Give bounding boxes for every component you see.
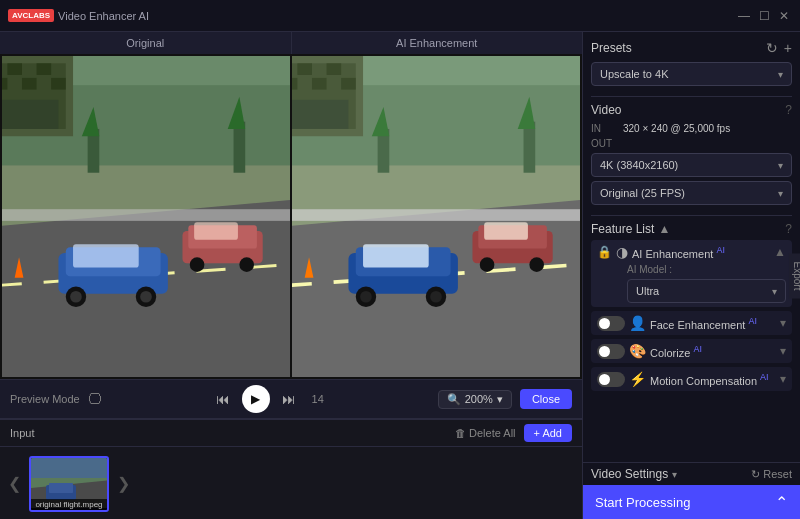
- enhanced-label: AI Enhancement: [292, 32, 583, 54]
- svg-rect-33: [234, 122, 246, 173]
- colorize-header: 🎨 Colorize AI ▾: [597, 343, 786, 359]
- ai-model-label: AI Model :: [627, 264, 786, 275]
- feature-list-title: Feature List: [591, 222, 654, 236]
- close-preview-button[interactable]: Close: [520, 389, 572, 409]
- video-section-header: Video ?: [591, 103, 792, 117]
- face-enhancement-expand[interactable]: ▾: [780, 316, 786, 330]
- frame-number: 14: [308, 393, 328, 405]
- svg-rect-50: [292, 209, 580, 221]
- svg-rect-18: [73, 244, 139, 267]
- svg-rect-74: [49, 483, 73, 493]
- start-processing-bar[interactable]: Start Processing ⌃: [583, 485, 800, 519]
- svg-rect-45: [312, 78, 327, 90]
- colorize-icon: 🎨: [629, 343, 646, 359]
- svg-point-55: [360, 291, 372, 303]
- fps-dropdown[interactable]: Original (25 FPS) ▾: [591, 181, 792, 205]
- face-enhancement-icon: 👤: [629, 315, 646, 331]
- ai-model-dropdown[interactable]: Ultra ▾: [627, 279, 786, 303]
- video-in-value: 320 × 240 @ 25,000 fps: [623, 123, 730, 134]
- start-processing-chevron: ⌃: [775, 493, 788, 512]
- motion-compensation-expand[interactable]: ▾: [780, 372, 786, 386]
- svg-rect-44: [292, 78, 297, 90]
- window-controls: — ☐ ✕: [736, 8, 792, 24]
- svg-rect-9: [2, 78, 7, 90]
- svg-rect-42: [327, 63, 342, 75]
- presets-dropdown-arrow: ▾: [778, 69, 783, 80]
- svg-point-20: [70, 291, 82, 303]
- resolution-dropdown[interactable]: 4K (3840x2160) ▾: [591, 153, 792, 177]
- motion-compensation-header: ⚡ Motion Compensation AI ▾: [597, 371, 786, 387]
- add-preset-button[interactable]: +: [784, 40, 792, 56]
- ai-enhancement-name: AI Enhancement AI: [632, 245, 770, 260]
- original-frame: [2, 56, 290, 377]
- trash-icon: 🗑: [455, 427, 466, 439]
- feature-list-help-icon[interactable]: ?: [785, 222, 792, 236]
- svg-point-57: [430, 291, 442, 303]
- resolution-dropdown-arrow: ▾: [778, 160, 783, 171]
- feature-item-face-enhancement: 👤 Face Enhancement AI ▾: [591, 311, 792, 335]
- svg-point-22: [140, 291, 152, 303]
- reset-button[interactable]: ↻ Reset: [751, 468, 792, 481]
- presets-dropdown[interactable]: Upscale to 4K ▾: [591, 62, 792, 86]
- svg-rect-11: [51, 78, 66, 90]
- colorize-toggle[interactable]: [597, 344, 625, 359]
- section-divider-2: [591, 215, 792, 216]
- prev-file-button[interactable]: ❮: [4, 470, 25, 497]
- file-thumbnail[interactable]: original flight.mpeg: [29, 456, 109, 512]
- ai-model-dropdown-arrow: ▾: [772, 286, 777, 297]
- reset-icon: ↻: [751, 468, 760, 481]
- app-title: Video Enhancer AI: [58, 10, 149, 22]
- video-in-row: IN 320 × 240 @ 25,000 fps: [591, 123, 792, 134]
- section-divider-1: [591, 96, 792, 97]
- left-panel: Original AI Enhancement: [0, 32, 582, 519]
- monitor-icon: 🖵: [88, 391, 102, 407]
- export-tab[interactable]: Export: [789, 253, 800, 298]
- svg-rect-41: [297, 63, 312, 75]
- ai-enhancement-expanded: AI Model : Ultra ▾: [597, 260, 786, 303]
- face-enhancement-name: Face Enhancement AI: [650, 316, 776, 331]
- motion-compensation-ai-badge: AI: [760, 372, 769, 382]
- video-help-icon[interactable]: ?: [785, 103, 792, 117]
- delete-all-button[interactable]: 🗑 Delete All: [455, 427, 515, 439]
- zoom-icon: 🔍: [447, 393, 461, 406]
- close-button[interactable]: ✕: [776, 8, 792, 24]
- file-name: original flight.mpeg: [31, 499, 107, 510]
- play-button[interactable]: ▶: [242, 385, 270, 413]
- video-out-row: OUT: [591, 138, 792, 149]
- motion-compensation-toggle[interactable]: [597, 372, 625, 387]
- feature-item-motion-compensation: ⚡ Motion Compensation AI ▾: [591, 367, 792, 391]
- next-file-button[interactable]: ❯: [113, 470, 134, 497]
- face-enhancement-toggle[interactable]: [597, 316, 625, 331]
- zoom-control[interactable]: 🔍 200% ▾: [438, 390, 512, 409]
- add-file-button[interactable]: + Add: [524, 424, 572, 442]
- skip-forward-button[interactable]: ⏭: [278, 387, 300, 411]
- logo-box: AVCLABS: [8, 9, 54, 22]
- ai-enhancement-expand[interactable]: ▲: [774, 245, 786, 259]
- original-label: Original: [0, 32, 292, 54]
- svg-rect-25: [194, 222, 238, 240]
- fps-value: Original (25 FPS): [600, 187, 685, 199]
- right-content: Presets ↻ + Upscale to 4K ▾ Video ? IN 3…: [583, 32, 800, 462]
- video-settings-left: Video Settings ▾: [591, 467, 677, 481]
- motion-compensation-name: Motion Compensation AI: [650, 372, 776, 387]
- colorize-expand[interactable]: ▾: [780, 344, 786, 358]
- zoom-dropdown-arrow: ▾: [497, 393, 503, 406]
- lock-icon: 🔒: [597, 245, 612, 259]
- input-label: Input: [10, 427, 34, 439]
- feature-item-colorize: 🎨 Colorize AI ▾: [591, 339, 792, 363]
- svg-rect-53: [363, 244, 429, 267]
- minimize-button[interactable]: —: [736, 8, 752, 24]
- feature-list-collapse-icon[interactable]: ▲: [658, 222, 670, 236]
- video-settings-expand-icon[interactable]: ▾: [672, 469, 677, 480]
- svg-point-27: [239, 257, 254, 272]
- start-processing-label: Start Processing: [595, 495, 690, 510]
- ai-enhancement-ai-badge: AI: [716, 245, 725, 255]
- refresh-presets-button[interactable]: ↻: [766, 40, 778, 56]
- svg-rect-65: [292, 100, 348, 129]
- skip-back-button[interactable]: ⏮: [212, 387, 234, 411]
- presets-title: Presets: [591, 41, 632, 55]
- video-title: Video: [591, 103, 621, 117]
- svg-rect-15: [2, 209, 290, 221]
- resolution-value: 4K (3840x2160): [600, 159, 678, 171]
- maximize-button[interactable]: ☐: [756, 8, 772, 24]
